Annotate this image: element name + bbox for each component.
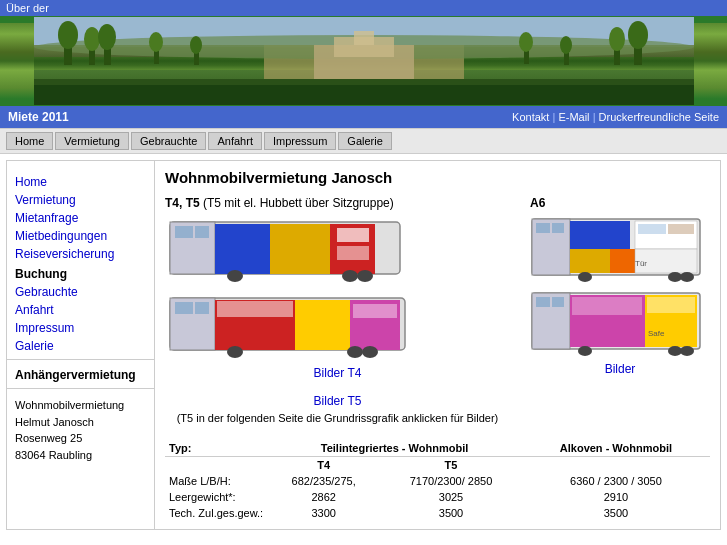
row3-t5: 3500 <box>380 505 522 521</box>
email-link[interactable]: E-Mail <box>558 111 589 123</box>
addr-line3: Rosenweg 25 <box>15 432 82 444</box>
col-type: Typ: <box>165 440 267 457</box>
svg-rect-44 <box>195 302 209 314</box>
fp-note: (T5 in der folgenden Seite die Grundriss… <box>165 412 510 424</box>
sidebar-item-buchung[interactable]: Buchung <box>7 263 154 283</box>
svg-point-63 <box>680 272 694 282</box>
svg-point-22 <box>519 32 533 52</box>
svg-point-73 <box>578 346 592 356</box>
t4t5-label: T4, T5 (T5 mit el. Hubbett über Sitzgrup… <box>165 196 510 210</box>
svg-rect-31 <box>337 246 369 260</box>
svg-rect-52 <box>570 249 610 273</box>
nav-home[interactable]: Home <box>6 132 53 150</box>
row3-a6: 3500 <box>522 505 710 521</box>
svg-text:Tür: Tür <box>635 259 647 268</box>
row2-t4: 2862 <box>267 489 380 505</box>
svg-rect-53 <box>610 249 635 273</box>
svg-point-5 <box>84 27 100 51</box>
sidebar-item-mietbedingungen[interactable]: Mietbedingungen <box>7 227 154 245</box>
print-link[interactable]: Druckerfreundliche Seite <box>599 111 719 123</box>
nav-impressum[interactable]: Impressum <box>264 132 336 150</box>
sidebar-item-galerie[interactable]: Galerie <box>7 337 154 355</box>
t4-floorplan <box>165 214 510 284</box>
addr-line1: Wohnmobilvermietung <box>15 399 124 411</box>
sidebar-item-mietanfrage[interactable]: Mietanfrage <box>7 209 154 227</box>
row1-t4: 682/235/275, <box>267 473 380 489</box>
svg-point-24 <box>560 36 572 54</box>
sidebar-item-impressum[interactable]: Impressum <box>7 319 154 337</box>
svg-rect-71 <box>536 297 550 307</box>
nav-vermietung[interactable]: Vermietung <box>55 132 129 150</box>
content-area: Wohnmobilvermietung Janosch T4, T5 (T5 m… <box>155 161 720 529</box>
svg-rect-32 <box>175 226 193 238</box>
svg-rect-59 <box>552 223 564 233</box>
nav-bar: Home Vermietung Gebrauchte Anfahrt Impre… <box>0 128 727 154</box>
svg-point-34 <box>227 270 243 282</box>
nav-anfahrt[interactable]: Anfahrt <box>208 132 261 150</box>
sidebar-item-gebrauchte[interactable]: Gebrauchte <box>7 283 154 301</box>
a6-bilder-link[interactable]: Bilder <box>530 362 710 376</box>
svg-rect-33 <box>195 226 209 238</box>
subh-a6 <box>522 457 710 474</box>
nav-galerie[interactable]: Galerie <box>338 132 391 150</box>
svg-point-35 <box>342 270 358 282</box>
svg-rect-72 <box>552 297 564 307</box>
bilder-t4-link[interactable]: Bilder T4 <box>165 366 510 380</box>
row1-label: Maße L/B/H: <box>165 473 267 489</box>
sidebar-item-vermietung[interactable]: Vermietung <box>7 191 154 209</box>
svg-point-48 <box>362 346 378 358</box>
svg-rect-56 <box>638 224 666 234</box>
nav-gebrauchte[interactable]: Gebrauchte <box>131 132 206 150</box>
table-row: Leergewicht*: 2862 3025 2910 <box>165 489 710 505</box>
svg-rect-28 <box>270 224 330 274</box>
header-image <box>0 16 727 106</box>
sidebar-item-home[interactable]: Home <box>7 173 154 191</box>
svg-point-18 <box>149 32 163 52</box>
landscape-svg <box>34 17 694 105</box>
svg-point-11 <box>609 27 625 51</box>
table-row: Maße L/B/H: 682/235/275, 7170/2300/ 2850… <box>165 473 710 489</box>
svg-point-61 <box>578 272 592 282</box>
svg-rect-16 <box>34 85 694 105</box>
main-content: Home Vermietung Mietanfrage Mietbedingun… <box>6 160 721 530</box>
floor-plan-section: T4, T5 (T5 mit el. Hubbett über Sitzgrup… <box>165 196 710 432</box>
sidebar-divider2 <box>7 388 154 389</box>
top-bar-text: Über der <box>6 2 49 14</box>
sidebar-item-anfahrt[interactable]: Anfahrt <box>7 301 154 319</box>
svg-rect-14 <box>354 31 374 45</box>
svg-point-20 <box>190 36 202 54</box>
t5-floorplan <box>165 290 510 360</box>
svg-rect-43 <box>175 302 193 314</box>
a6-top-svg: Tür <box>530 214 705 282</box>
a6-floorplan-bottom: Safe <box>530 288 710 356</box>
svg-point-75 <box>680 346 694 356</box>
top-bar: Über der <box>0 0 727 16</box>
col-teilintegriert: Teilintegriertes - Wohnmobil <box>267 440 522 457</box>
t4t5-section: T4, T5 (T5 mit el. Hubbett über Sitzgrup… <box>165 196 510 432</box>
bilder-t5-link[interactable]: Bilder T5 <box>165 394 510 408</box>
row3-t4: 3300 <box>267 505 380 521</box>
svg-point-36 <box>357 270 373 282</box>
svg-rect-58 <box>536 223 550 233</box>
row2-a6: 2910 <box>522 489 710 505</box>
t4t5-links: Bilder T4 Bilder T5 <box>165 366 510 408</box>
row2-t5: 3025 <box>380 489 522 505</box>
sidebar-item-reiseversicherung[interactable]: Reiseversicherung <box>7 245 154 263</box>
sidebar-divider <box>7 359 154 360</box>
a6-section: A6 <box>530 196 710 432</box>
a6-bottom-svg: Safe <box>530 288 705 356</box>
svg-rect-51 <box>570 221 630 249</box>
t4t5-note: (T5 mit el. Hubbett über Sitzgruppe) <box>203 196 394 210</box>
t4-floorplan-svg <box>165 214 425 284</box>
svg-rect-57 <box>668 224 694 234</box>
row1-a6: 6360 / 2300 / 3050 <box>522 473 710 489</box>
svg-text:Safe: Safe <box>648 329 665 338</box>
kontakt-link[interactable]: Kontakt <box>512 111 549 123</box>
subh-t5: T5 <box>380 457 522 474</box>
svg-point-7 <box>98 24 116 50</box>
a6-label: A6 <box>530 196 710 210</box>
sidebar: Home Vermietung Mietanfrage Mietbedingun… <box>7 161 155 529</box>
subh-empty <box>165 457 267 474</box>
sidebar-anhaenger-title[interactable]: Anhängervermietung <box>7 364 154 384</box>
svg-rect-45 <box>353 304 397 318</box>
